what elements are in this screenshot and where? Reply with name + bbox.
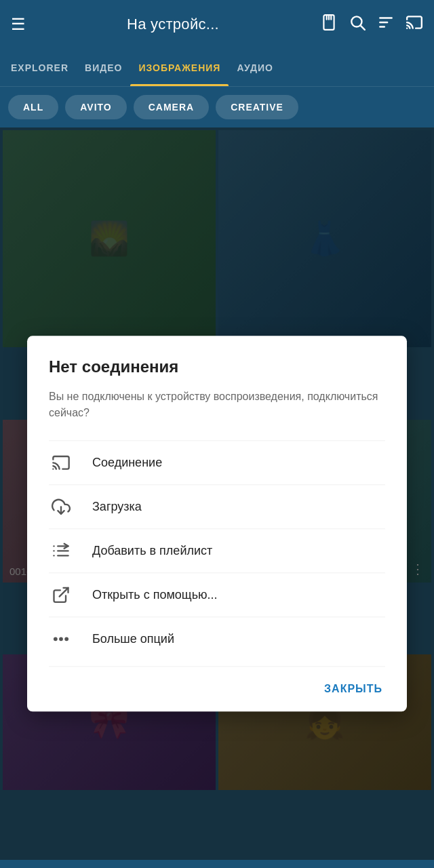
chip-all[interactable]: ALL xyxy=(8,95,58,119)
download-menu-icon xyxy=(49,497,73,516)
chip-avito[interactable]: AVITO xyxy=(65,95,127,119)
cast-icon[interactable] xyxy=(406,14,423,35)
svg-point-21 xyxy=(65,638,68,641)
menu-item-connection[interactable]: Соединение xyxy=(49,440,385,484)
menu-item-more[interactable]: Больше опций xyxy=(49,616,385,660)
cast-menu-icon xyxy=(49,453,73,472)
chip-camera[interactable]: CAMERA xyxy=(134,95,209,119)
chip-creative[interactable]: CREATIVE xyxy=(216,95,298,119)
tabs-row: EXPLORER ВИДЕО ИЗОБРАЖЕНИЯ АУДИО xyxy=(0,49,434,87)
menu-label-download: Загрузка xyxy=(92,500,142,514)
sd-icon[interactable] xyxy=(320,14,338,35)
page-title: На устройс... xyxy=(37,16,309,33)
no-connection-dialog: Нет соединения Вы не подключены к устрой… xyxy=(27,336,407,711)
dialog-actions: ЗАКРЫТЬ xyxy=(49,666,385,701)
menu-label-connection: Соединение xyxy=(92,456,162,470)
dialog-body: Вы не подключены к устройству воспроизве… xyxy=(49,389,385,421)
svg-point-20 xyxy=(60,638,62,641)
chips-row: ALL AVITO CAMERA CREATIVE xyxy=(0,87,434,127)
svg-point-19 xyxy=(54,638,57,641)
tab-images[interactable]: ИЗОБРАЖЕНИЯ xyxy=(130,49,229,86)
search-icon[interactable] xyxy=(349,14,366,35)
tab-video[interactable]: ВИДЕО xyxy=(77,49,130,86)
content-area: 🌄 👗 🎉 001-172.jpg ⋮ 👶 001-2.jpg ⋮ 🎀 👧 Не… xyxy=(0,127,434,860)
menu-label-more: Больше опций xyxy=(92,632,174,646)
menu-label-open-with: Открыть с помощью... xyxy=(92,588,218,602)
more-menu-icon xyxy=(49,629,73,648)
top-bar: ☰ На устройс... xyxy=(0,0,434,49)
menu-item-download[interactable]: Загрузка xyxy=(49,484,385,528)
svg-line-18 xyxy=(60,588,68,597)
menu-label-playlist: Добавить в плейлист xyxy=(92,544,212,558)
tab-audio[interactable]: АУДИО xyxy=(229,49,281,86)
close-button[interactable]: ЗАКРЫТЬ xyxy=(321,677,385,701)
menu-item-playlist[interactable]: Добавить в плейлист xyxy=(49,528,385,572)
open-with-menu-icon xyxy=(49,585,73,604)
sort-icon[interactable] xyxy=(377,14,395,35)
tab-explorer[interactable]: EXPLORER xyxy=(3,49,77,86)
dialog-title: Нет соединения xyxy=(49,357,385,376)
svg-line-5 xyxy=(361,26,365,30)
playlist-menu-icon xyxy=(49,541,73,560)
menu-item-open-with[interactable]: Открыть с помощью... xyxy=(49,572,385,616)
menu-icon[interactable]: ☰ xyxy=(11,15,26,34)
